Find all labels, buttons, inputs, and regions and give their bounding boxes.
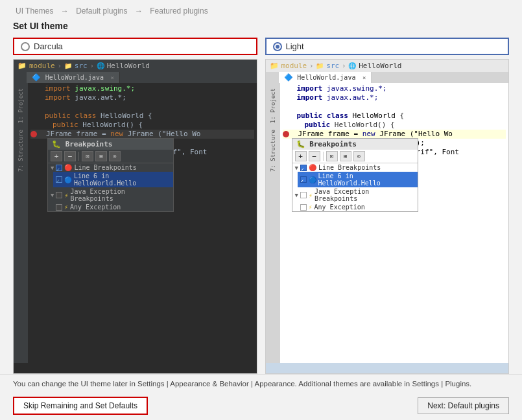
- light-bp-add[interactable]: +: [295, 151, 307, 161]
- info-text: You can change the UI theme later in Set…: [0, 374, 522, 391]
- theme-option-darcula[interactable]: Darcula 📁 module › 📁 src › 🌐 HelloWorld: [13, 38, 257, 374]
- light-code-area: import javax.swing.*; import javax.awt.*…: [280, 83, 509, 363]
- light-file-icon: 🌐: [348, 62, 356, 69]
- dark-bp-toolbar: + − ⊡ ⊞ ⊙: [48, 150, 173, 163]
- light-bp-cb-java[interactable]: [300, 192, 307, 198]
- light-tab[interactable]: 🔷 HelloWorld.java ×: [279, 72, 372, 83]
- light-sidebar: 1: Project 7: Structure: [266, 83, 280, 363]
- dark-code-line-2: import javax.awt.*;: [30, 93, 254, 102]
- light-bp-cb-line[interactable]: [300, 165, 307, 171]
- light-bp-item-line6[interactable]: 🔵 Line 6 in HelloWorld.Hello: [298, 172, 418, 187]
- next-button[interactable]: Next: Default plugins: [418, 397, 509, 414]
- light-bp-item-line-breakpoints: ▼ 🔴 Line Breakpoints: [292, 163, 418, 172]
- dark-code-line-3: [30, 102, 254, 111]
- light-folder-icon: 📁: [270, 62, 279, 70]
- light-code-line-2: import javax.awt.*;: [283, 93, 506, 102]
- light-titlebar: 📁 module › 📁 src › 🌐 HelloWorld: [266, 60, 509, 72]
- dark-any-exc-label: Any Exception: [70, 204, 121, 211]
- dark-bp-btn1[interactable]: ⊡: [82, 151, 93, 161]
- light-preview: 📁 module › 📁 src › 🌐 HelloWorld 🔷 HelloW…: [265, 59, 510, 374]
- darcula-radio-button[interactable]: [21, 42, 30, 51]
- light-bp-title: Breakpoints: [309, 140, 357, 148]
- light-code-line-1: import javax.swing.*;: [283, 84, 506, 93]
- light-line6-label: Line 6 in HelloWorld.Hello: [318, 172, 415, 187]
- light-bp-btn2[interactable]: ⊞: [340, 151, 351, 161]
- dark-bp-btn3[interactable]: ⊙: [109, 151, 121, 161]
- dark-bp-item-any-exc: ⚡ Any Exception: [53, 203, 173, 211]
- light-bp-btn1[interactable]: ⊡: [326, 151, 338, 161]
- light-code-line-5: public HelloWorld() {: [283, 121, 506, 130]
- dark-breakpoints-popup: 🐛 Breakpoints + − ⊡ ⊞ ⊙: [47, 138, 174, 212]
- light-tab-close[interactable]: ×: [362, 75, 366, 81]
- dark-src-icon: 📁: [64, 62, 72, 69]
- dark-tab-close[interactable]: ×: [111, 75, 114, 81]
- light-file-label: HelloWorld: [359, 62, 401, 70]
- light-code-body: 1: Project 7: Structure import javax.swi…: [266, 83, 509, 363]
- light-bp-remove[interactable]: −: [309, 151, 320, 161]
- dark-bp-remove[interactable]: −: [64, 151, 76, 161]
- dark-tab-icon: 🔷: [32, 73, 41, 82]
- dark-bp-item-java-exc: ▼ ⚡ Java Exception Breakpoints: [48, 187, 173, 203]
- dark-bp-cb-line[interactable]: [56, 165, 62, 171]
- dark-breakpoint: [30, 131, 37, 137]
- dark-bp-header: 🐛 Breakpoints: [48, 139, 173, 150]
- dark-file-icon: 🌐: [97, 62, 104, 69]
- light-bp-cb-any[interactable]: [300, 204, 307, 211]
- dark-bp-btn2[interactable]: ⊞: [95, 151, 107, 161]
- light-radio-button[interactable]: [273, 42, 282, 51]
- light-bp-item-any-exc: ⚡ Any Exception: [298, 203, 418, 211]
- light-project-tab[interactable]: 1: Project: [268, 86, 278, 126]
- dark-bp-title: Breakpoints: [65, 140, 113, 148]
- light-bp-btn3[interactable]: ⊙: [353, 151, 365, 161]
- dark-project-tab[interactable]: 1: Project: [16, 86, 25, 126]
- dark-bp-item-line6[interactable]: 🔵 Line 6 in HelloWorld.Hello: [53, 172, 173, 187]
- light-code-line-4: public class HelloWorld {: [283, 111, 506, 121]
- dark-bp-cb-any[interactable]: [56, 204, 62, 211]
- light-src-label: src: [326, 62, 339, 70]
- dark-code-line-5: public HelloWorld() {: [30, 121, 254, 130]
- light-label: Light: [286, 41, 304, 51]
- light-java-exc-label: Java Exception Breakpoints: [314, 188, 415, 202]
- light-bp-cb-line6[interactable]: [300, 176, 307, 183]
- breadcrumb-item-3: Featured plugins: [150, 6, 208, 16]
- light-code-line-3: [283, 102, 506, 111]
- info-text-content: You can change the UI theme later in Set…: [13, 380, 471, 388]
- light-any-exc-label: Any Exception: [314, 204, 365, 211]
- light-radio-label[interactable]: Light: [265, 38, 510, 55]
- dark-bp-add[interactable]: +: [51, 151, 62, 161]
- darcula-radio-label[interactable]: Darcula: [13, 38, 257, 55]
- light-module-label: module: [281, 62, 307, 70]
- dark-code-body: 1: Project 7: Structure import javax.swi…: [14, 83, 257, 363]
- light-line-bp-label: Line Breakpoints: [318, 164, 381, 171]
- dark-bp-item-line-breakpoints: ▼ 🔴 Line Breakpoints: [48, 163, 173, 172]
- dark-folder-icon: 📁: [18, 62, 27, 70]
- light-tab-label: HelloWorld.java: [297, 74, 355, 81]
- dark-file-label: HelloWorld: [107, 62, 150, 70]
- light-bp-header: 🐛 Breakpoints: [292, 139, 418, 150]
- darcula-label: Darcula: [34, 41, 63, 51]
- theme-option-light[interactable]: Light 📁 module › 📁 src › 🌐 HelloWorld: [265, 38, 510, 374]
- breadcrumb-sep-2: →: [135, 6, 145, 16]
- dark-java-exc-label: Java Exception Breakpoints: [70, 188, 171, 202]
- skip-button[interactable]: Skip Remaining and Set Defaults: [13, 397, 148, 415]
- dark-module-label: module: [29, 62, 55, 70]
- dark-code-line-1: import javax.swing.*;: [30, 84, 254, 93]
- dark-tab[interactable]: 🔷 HelloWorld.java ×: [27, 72, 120, 83]
- light-breakpoints-popup: 🐛 Breakpoints + − ⊡ ⊞ ⊙: [292, 138, 418, 212]
- dark-line6-label: Line 6 in HelloWorld.Hello: [74, 172, 171, 187]
- dark-tabbar: 🔷 HelloWorld.java ×: [14, 72, 257, 83]
- dark-bp-cb-java[interactable]: [56, 192, 62, 198]
- dark-line-bp-label: Line Breakpoints: [74, 164, 136, 171]
- light-code-line-6: JFrame frame = new JFrame ("Hello Wo: [283, 130, 506, 139]
- light-structure-tab[interactable]: 7: Structure: [268, 127, 278, 174]
- light-breakpoint: [283, 131, 289, 137]
- footer-buttons: Skip Remaining and Set Defaults Next: De…: [0, 391, 522, 420]
- dark-bp-cb-line6[interactable]: [56, 176, 62, 183]
- dark-code-line-6: JFrame frame = new JFrame ("Hello Wo: [30, 130, 254, 139]
- dark-src-label: src: [75, 62, 88, 70]
- light-tab-icon: 🔷: [284, 73, 293, 82]
- dark-structure-tab[interactable]: 7: Structure: [16, 127, 25, 174]
- page-title: Set UI theme: [0, 18, 522, 38]
- dark-tab-label: HelloWorld.java: [45, 74, 104, 81]
- dark-code-line-4: public class HelloWorld {: [30, 111, 254, 121]
